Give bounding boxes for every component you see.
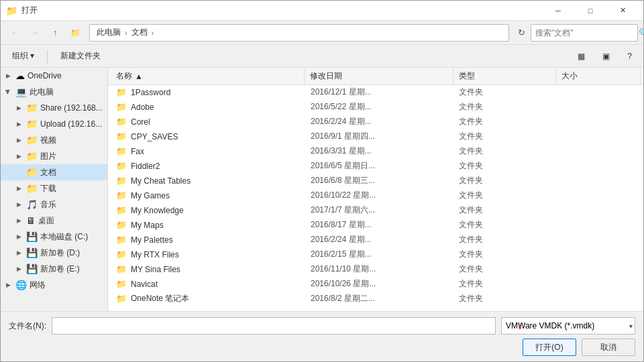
back-button[interactable]: ← (6, 24, 23, 42)
expand-icon-network: ▶ (3, 280, 13, 290)
breadcrumb-documents[interactable]: 文档 (129, 25, 150, 40)
forward-button[interactable]: → (26, 24, 44, 42)
file-item[interactable]: 📁 My Maps 2016/8/17 星期... 文件夹 (108, 218, 643, 233)
preview-button[interactable]: ▣ (596, 48, 616, 65)
folder-icon-thispc: 💻 (15, 86, 27, 97)
expand-icon-thispc: ▶ (3, 87, 13, 97)
file-folder-icon: 📁 (116, 264, 127, 274)
folder-icon-onedrive: ☁ (15, 70, 25, 81)
search-input[interactable] (535, 28, 636, 38)
file-name: My Cheat Tables (131, 176, 191, 186)
sidebar-item-thispc[interactable]: ▶💻此电脑 (1, 84, 107, 100)
sidebar-item-localc[interactable]: ▶💾本地磁盘 (C:) (1, 229, 107, 245)
file-item[interactable]: 📁 CPY_SAVES 2016/9/1 星期四... 文件夹 (108, 129, 643, 144)
file-item[interactable]: 📁 My Knowledge 2017/1/7 星期六... 文件夹 (108, 203, 643, 218)
close-button[interactable]: ✕ (607, 1, 638, 21)
sidebar-item-newvole[interactable]: ▶💾新加卷 (E:) (1, 261, 107, 277)
window-controls: ─ □ ✕ (543, 1, 638, 21)
file-name: CPY_SAVES (131, 132, 178, 141)
file-date: 2016/2/24 星期... (305, 234, 453, 245)
minimize-button[interactable]: ─ (543, 1, 574, 21)
expand-icon-documents (14, 168, 23, 177)
refresh-button[interactable]: ↻ (515, 26, 528, 40)
file-type: 文件夹 (453, 116, 556, 127)
col-header-type[interactable]: 类型 (453, 68, 556, 84)
file-item[interactable]: 📁 Fiddler2 2016/6/5 星期日... 文件夹 (108, 159, 643, 174)
file-date: 2016/5/22 星期... (305, 101, 453, 113)
folder-icon-network: 🌐 (15, 280, 27, 290)
file-name: My Games (131, 191, 170, 200)
sidebar-label-upload: Upload (192.16... (40, 119, 102, 129)
file-item[interactable]: 📁 My Cheat Tables 2016/6/8 星期三... 文件夹 (108, 174, 643, 188)
sidebar-item-onedrive[interactable]: ▶☁OneDrive (1, 68, 107, 84)
column-headers: 名称 ▲ 修改日期 类型 大小 (108, 68, 643, 85)
dialog-icon: 📁 (6, 5, 17, 16)
search-box[interactable]: 🔍 (531, 24, 638, 42)
sidebar-label-thispc: 此电脑 (30, 86, 54, 98)
file-folder-icon: 📁 (116, 131, 127, 141)
filename-row: 文件名(N): VMWare VMDK (*.vmdk)所有文件 (*.*) ▾ (9, 317, 635, 335)
file-name: Adobe (131, 103, 154, 112)
maximize-button[interactable]: □ (575, 1, 606, 21)
file-item[interactable]: 📁 My Games 2016/10/22 星期... 文件夹 (108, 188, 643, 203)
sidebar-item-newvold[interactable]: ▶💾新加卷 (D:) (1, 245, 107, 261)
file-item[interactable]: 📁 Navicat 2016/10/26 星期... 文件夹 (108, 277, 643, 292)
breadcrumb-thispc[interactable]: 此电脑 (94, 25, 123, 40)
col-header-name[interactable]: 名称 ▲ (111, 68, 305, 84)
folder-icon-music: 🎵 (26, 199, 38, 210)
file-name: My Knowledge (131, 206, 184, 215)
file-item[interactable]: 📁 Adobe 2016/5/22 星期... 文件夹 (108, 100, 643, 115)
sidebar-item-downloads[interactable]: ▶📁下载 (1, 180, 107, 196)
file-item[interactable]: 📁 MY Sina Files 2016/11/10 星期... 文件夹 (108, 262, 643, 277)
address-bar[interactable]: 此电脑 › 文档 › (89, 24, 509, 42)
sidebar-item-music[interactable]: ▶🎵音乐 (1, 196, 107, 213)
file-item[interactable]: 📁 My RTX Files 2016/2/15 星期... 文件夹 (108, 247, 643, 262)
file-date: 2016/2/15 星期... (305, 249, 453, 260)
filename-input[interactable] (52, 317, 496, 335)
file-item[interactable]: 📁 Corel 2016/2/24 星期... 文件夹 (108, 115, 643, 129)
file-date: 2016/9/1 星期四... (305, 131, 453, 142)
col-header-date[interactable]: 修改日期 (305, 68, 453, 84)
filename-label: 文件名(N): (9, 320, 46, 332)
sidebar-label-share: Share (192.168... (40, 103, 103, 113)
expand-icon-pictures: ▶ (14, 152, 23, 161)
sidebar-item-upload[interactable]: ▶📁Upload (192.16... (1, 116, 107, 132)
file-name: Navicat (131, 280, 158, 289)
up-button[interactable]: ↑ (46, 24, 64, 42)
folder-icon[interactable]: 📁 (66, 24, 84, 42)
file-item[interactable]: 📁 My Palettes 2016/2/24 星期... 文件夹 (108, 233, 643, 247)
sidebar-label-desktop: 桌面 (38, 215, 54, 227)
sidebar-item-network[interactable]: ▶🌐网络 (1, 277, 107, 293)
sidebar-item-desktop[interactable]: ▶🖥桌面 (1, 213, 107, 229)
search-icon: 🔍 (639, 28, 644, 38)
cancel-button[interactable]: 取消 (582, 339, 635, 356)
help-button[interactable]: ? (621, 48, 638, 65)
sort-icon: ▲ (135, 72, 143, 81)
sidebar-label-pictures: 图片 (40, 151, 56, 162)
organize-button[interactable]: 组织 ▾ (6, 48, 40, 65)
file-type: 文件夹 (453, 160, 556, 172)
new-folder-button[interactable]: 新建文件夹 (54, 48, 107, 65)
file-folder-icon: 📁 (116, 279, 127, 289)
sidebar-item-documents[interactable]: 📁文档 (1, 164, 107, 180)
open-button[interactable]: 打开(O) (523, 339, 576, 356)
col-header-size[interactable]: 大小 (556, 68, 641, 84)
file-item[interactable]: 📁 Fax 2016/3/31 星期... 文件夹 (108, 144, 643, 159)
file-item[interactable]: 📁 1Password 2016/12/1 星期... 文件夹 (108, 85, 643, 100)
folder-icon-upload: 📁 (26, 119, 38, 129)
sidebar-item-pictures[interactable]: ▶📁图片 (1, 148, 107, 164)
sidebar-item-share[interactable]: ▶📁Share (192.168... (1, 100, 107, 116)
bottom-area: 文件名(N): VMWare VMDK (*.vmdk)所有文件 (*.*) ▾… (1, 311, 643, 361)
folder-icon-pictures: 📁 (26, 151, 38, 162)
file-list: 📁 1Password 2016/12/1 星期... 文件夹 📁 Adobe … (108, 85, 643, 311)
folder-icon-localc: 💾 (26, 231, 38, 242)
file-name: Fiddler2 (131, 162, 160, 171)
file-item[interactable]: 📁 OneNote 笔记本 2016/8/2 星期二... 文件夹 (108, 292, 643, 306)
navigation-toolbar: ← → ↑ 📁 此电脑 › 文档 › ↻ 🔍 (1, 21, 643, 45)
folder-icon-downloads: 📁 (26, 183, 38, 194)
expand-icon-onedrive: ▶ (3, 71, 13, 80)
file-date: 2016/10/22 星期... (305, 190, 453, 201)
file-name: OneNote 笔记本 (131, 293, 189, 304)
sidebar-item-videos[interactable]: ▶📁视频 (1, 132, 107, 148)
view-button[interactable]: ▦ (572, 48, 591, 65)
